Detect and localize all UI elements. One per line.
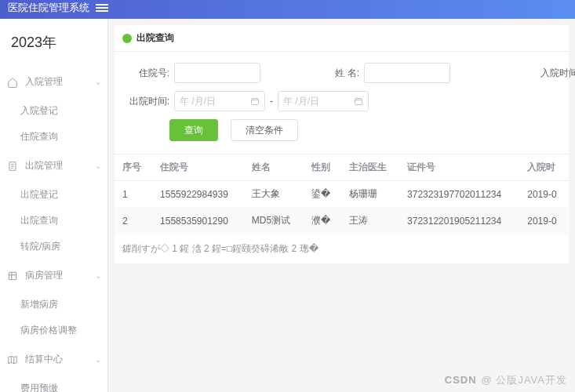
svg-rect-1 xyxy=(9,272,16,279)
map-icon xyxy=(6,354,19,366)
app-title: 医院住院管理系统 xyxy=(8,1,89,15)
svg-rect-2 xyxy=(252,99,259,105)
menu-item-2-0[interactable]: 新增病房 xyxy=(0,292,107,318)
menu-item-0-1[interactable]: 住院查询 xyxy=(0,124,107,150)
menu-group-2[interactable]: 病房管理⌄ xyxy=(0,260,107,292)
table-row[interactable]: 11555922984939王大象鍙�杨珊珊372323197702011234… xyxy=(115,181,569,208)
app-header: 医院住院管理系统 xyxy=(0,0,575,16)
table-header: 性别 xyxy=(304,154,341,181)
panel-header: 出院查询 xyxy=(115,25,569,52)
chevron-down-icon: ⌄ xyxy=(95,78,101,86)
pager-summary: 鎼削すが◇ 1 鍟 浛 2 鍟=□鍟颐癸碍浠敞 2 璁� xyxy=(115,234,569,263)
menu-group-1[interactable]: 出院管理⌄ xyxy=(0,150,107,182)
calendar-icon xyxy=(250,96,260,106)
status-dot-icon xyxy=(122,34,132,43)
label-out-time: 出院时间: xyxy=(126,95,169,108)
calendar-icon xyxy=(354,96,363,106)
out-time-start-input[interactable]: 年 /月/日 xyxy=(174,91,265,111)
label-name: 姓 名: xyxy=(315,67,359,80)
search-button[interactable]: 查询 xyxy=(169,119,218,141)
main-content: 出院查询 住院号: 姓 名: 入院时间: 年 /月/日 xyxy=(108,19,575,392)
table-header: 姓名 xyxy=(244,154,304,181)
panel-title: 出院查询 xyxy=(136,31,174,45)
home-icon xyxy=(6,76,19,89)
menu-item-1-2[interactable]: 转院/病房 xyxy=(0,234,107,260)
menu-group-0[interactable]: 入院管理⌄ xyxy=(0,66,107,98)
chevron-down-icon: ⌄ xyxy=(95,355,101,364)
hamburger-icon[interactable] xyxy=(96,2,108,13)
table-header: 证件号 xyxy=(399,154,519,181)
label-in-time: 入院时间: xyxy=(537,67,575,80)
doc-icon xyxy=(6,160,19,172)
query-panel: 出院查询 住院号: 姓 名: 入院时间: 年 /月/日 xyxy=(115,25,569,263)
label-admission-no: 住院号: xyxy=(126,67,169,80)
menu-item-1-1[interactable]: 出院查询 xyxy=(0,208,107,234)
chevron-down-icon: ⌄ xyxy=(95,271,101,280)
year-display: 2023年 xyxy=(0,19,107,66)
clear-button[interactable]: 清空条件 xyxy=(231,119,298,141)
menu-item-0-0[interactable]: 入院登记 xyxy=(0,98,107,124)
table-row[interactable]: 21558535901290MD5测试濮�王涛37231220190521123… xyxy=(115,208,569,234)
search-form: 住院号: 姓 名: 入院时间: 年 /月/日 xyxy=(115,52,569,149)
name-input[interactable] xyxy=(364,63,450,83)
menu-group-3[interactable]: 结算中心⌄ xyxy=(0,343,107,376)
results-table: 序号住院号姓名性别主治医生证件号入院时 11555922984939王大象鍙�杨… xyxy=(115,154,569,234)
admission-no-input[interactable] xyxy=(174,63,260,83)
table-header: 序号 xyxy=(115,154,152,181)
out-time-end-input[interactable]: 年 /月/日 xyxy=(278,91,369,111)
chevron-down-icon: ⌄ xyxy=(95,162,101,170)
date-separator: - xyxy=(270,96,273,107)
table-header: 住院号 xyxy=(152,154,244,181)
table-header: 入院时 xyxy=(519,154,569,181)
sidebar: 2023年 入院管理⌄入院登记住院查询出院管理⌄出院登记出院查询转院/病房病房管… xyxy=(0,19,108,392)
menu-item-2-1[interactable]: 病房价格调整 xyxy=(0,318,107,343)
svg-rect-3 xyxy=(355,99,362,105)
menu-item-1-0[interactable]: 出院登记 xyxy=(0,182,107,208)
menu-item-3-0[interactable]: 费用预缴 xyxy=(0,376,107,392)
table-header: 主治医生 xyxy=(341,154,399,181)
ward-icon xyxy=(6,270,19,282)
